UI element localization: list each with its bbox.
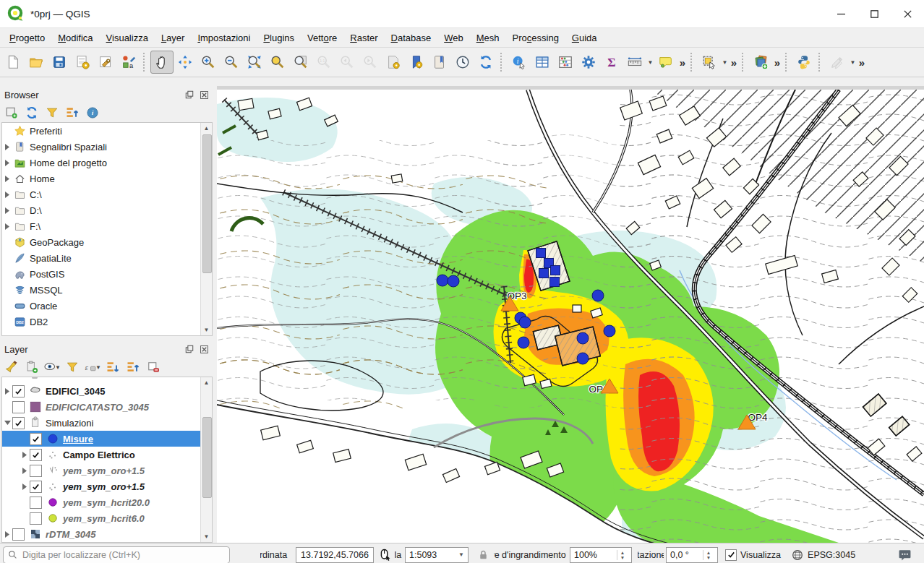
menu-plugins[interactable]: Plugins <box>257 30 301 46</box>
browser-item-oracle[interactable]: Oracle <box>2 298 212 314</box>
pan-map-button[interactable] <box>150 51 174 74</box>
expand-arrow-icon[interactable] <box>2 192 12 198</box>
processing-toolbox-button[interactable] <box>577 51 600 74</box>
toolbar-overflow-button[interactable]: » <box>729 51 739 73</box>
spinner-arrows[interactable]: ▲▼ <box>703 550 714 560</box>
layer-visibility-checkbox[interactable] <box>12 528 25 541</box>
map-tips-button[interactable] <box>654 51 677 74</box>
menu-mesh[interactable]: Mesh <box>470 30 506 46</box>
layer-item-rdtm-3045[interactable]: rDTM_3045 <box>2 526 212 542</box>
browser-item-mssql[interactable]: MSSQL <box>2 282 212 298</box>
menu-progetto[interactable]: Progetto <box>3 30 51 46</box>
browser-refresh-browser-button[interactable] <box>23 104 40 121</box>
browser-item-postgis[interactable]: PostGIS <box>2 266 212 282</box>
expand-arrow-icon[interactable] <box>2 388 12 395</box>
sum-statistics-button[interactable]: Σ <box>600 51 623 74</box>
browser-item-preferiti[interactable]: Preferiti <box>2 123 212 139</box>
layer-item-edificicatasto-3045[interactable]: EDIFICICATASTO_3045 <box>2 399 212 415</box>
layer-visibility-checkbox[interactable] <box>30 465 42 477</box>
browser-properties-widget-button[interactable]: i <box>84 104 101 121</box>
locator-search[interactable] <box>3 546 230 563</box>
browser-item-db2[interactable]: DB2DB2 <box>2 314 212 330</box>
scroll-thumb[interactable] <box>202 134 212 273</box>
browser-scrollbar[interactable]: ▲▼ <box>200 123 212 335</box>
expand-arrow-icon[interactable] <box>2 160 12 166</box>
menu-database[interactable]: Database <box>385 30 438 46</box>
toolbar-overflow-button[interactable]: » <box>677 51 688 73</box>
python-console-button[interactable] <box>792 51 816 74</box>
expand-arrow-icon[interactable] <box>2 420 12 426</box>
open-project-button[interactable] <box>25 51 48 74</box>
layers-expand-all-button[interactable] <box>104 358 121 376</box>
manage-layers-button[interactable] <box>749 51 772 74</box>
show-bookmarks-button[interactable] <box>428 51 451 74</box>
layout-manager-button[interactable] <box>94 51 117 74</box>
layers-remove-layer-button[interactable] <box>145 358 162 376</box>
measure-line-button[interactable] <box>623 51 646 74</box>
refresh-map-button[interactable] <box>474 51 497 74</box>
layer-close-button[interactable] <box>198 343 210 355</box>
scroll-up-icon[interactable]: ▲ <box>201 123 212 134</box>
layer-item-yem-sym-oro-1-5[interactable]: yem_sym_oro+1.5 <box>2 478 212 494</box>
expand-arrow-icon[interactable] <box>2 207 12 214</box>
menu-modifica[interactable]: Modifica <box>51 30 99 46</box>
minimize-button[interactable] <box>824 0 857 27</box>
spinner-arrows[interactable]: ▲▼ <box>617 550 628 560</box>
scroll-thumb[interactable] <box>202 417 212 498</box>
scale-combobox[interactable]: 1:5093 ▼ <box>405 547 469 563</box>
browser-item-geopackage[interactable]: GeoPackage <box>2 234 212 250</box>
expand-arrow-icon[interactable] <box>2 223 12 230</box>
zoom-to-layer-button[interactable] <box>289 51 312 74</box>
layers-collapse-all-layers-button[interactable] <box>124 358 142 376</box>
scroll-up-icon[interactable]: ▲ <box>201 377 212 388</box>
statistical-summary-button[interactable] <box>554 51 577 74</box>
new-spatial-bookmark-button[interactable] <box>405 51 428 74</box>
coordinate-input[interactable]: 13.7192,45.7066 <box>296 547 374 563</box>
expand-arrow-icon[interactable] <box>2 176 12 182</box>
menu-layer[interactable]: Layer <box>155 30 192 46</box>
zoom-out-button[interactable] <box>220 51 243 74</box>
layers-filter-legend-button[interactable] <box>64 358 81 376</box>
browser-item-c[interactable]: C:\ <box>2 186 212 202</box>
browser-item-d[interactable]: D:\ <box>2 202 212 218</box>
toolbar-overflow-button[interactable]: » <box>857 51 867 73</box>
lock-icon[interactable] <box>477 549 489 562</box>
zoom-next-button[interactable] <box>359 51 382 74</box>
layer-item-campo-elettrico[interactable]: Campo Elettrico <box>2 447 212 463</box>
layer-float-button[interactable] <box>184 343 195 355</box>
browser-item-f[interactable]: F:\ <box>2 218 212 234</box>
layer-visibility-checkbox[interactable] <box>30 433 42 445</box>
expand-arrow-icon[interactable] <box>20 452 30 458</box>
layer-visibility-checkbox[interactable] <box>30 497 42 509</box>
menu-processing[interactable]: Processing <box>506 30 565 46</box>
layers-filter-expression-button[interactable]: ε▼ <box>84 358 101 376</box>
style-manager-button[interactable]: a <box>117 51 140 74</box>
new-map-view-button[interactable] <box>382 51 405 74</box>
browser-item-home-del-progetto[interactable]: Home del progetto <box>2 155 212 171</box>
browser-item-segnalibri-spaziali[interactable]: Segnalibri Spaziali <box>2 139 212 155</box>
layer-item-yem-sym-hcrit6-0[interactable]: yem_sym_hcrit6.0 <box>2 510 212 526</box>
layers-map-themes-button[interactable]: ▼ <box>43 358 61 376</box>
menu-impostazioni[interactable]: Impostazioni <box>191 30 257 46</box>
zoom-native-button[interactable]: 1:1 <box>312 51 335 74</box>
search-input[interactable] <box>21 549 205 561</box>
select-features-button[interactable] <box>698 51 721 74</box>
toggle-editing-dropdown[interactable]: ▼ <box>849 51 857 73</box>
measure-line-dropdown[interactable]: ▼ <box>646 51 654 73</box>
messages-button[interactable] <box>897 548 912 562</box>
expand-arrow-icon[interactable] <box>20 484 30 490</box>
browser-item-home[interactable]: Home <box>2 171 212 186</box>
crs-status[interactable]: EPSG:3045 <box>791 549 855 562</box>
pan-to-selection-button[interactable] <box>174 51 197 74</box>
rotation-spinbox[interactable]: 0,0 ° ▲▼ <box>666 547 718 563</box>
layers-layer-styling-button[interactable] <box>3 358 20 376</box>
new-print-layout-button[interactable] <box>71 51 94 74</box>
zoom-to-selection-button[interactable] <box>266 51 289 74</box>
layer-visibility-checkbox[interactable] <box>12 385 25 397</box>
menu-vettore[interactable]: Vettore <box>301 30 343 46</box>
layer-item-misure[interactable]: Misure <box>2 431 212 447</box>
render-toggle[interactable]: Visualizza <box>725 549 781 561</box>
layer-item-edifici-3045[interactable]: EDIFICI_3045 <box>2 383 212 399</box>
scroll-down-icon[interactable]: ▼ <box>201 325 212 335</box>
layer-visibility-checkbox[interactable] <box>12 401 25 413</box>
